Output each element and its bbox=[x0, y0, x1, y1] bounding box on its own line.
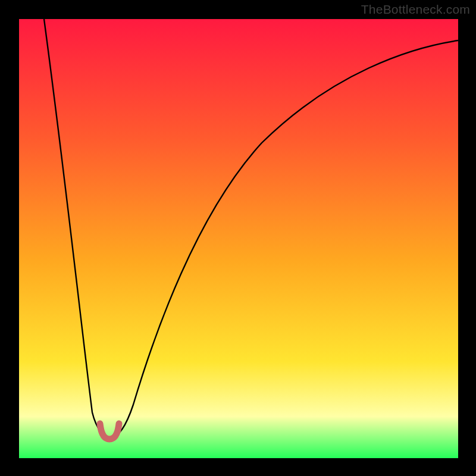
optimal-marker bbox=[100, 424, 119, 439]
bottleneck-curve bbox=[44, 19, 458, 437]
chart-frame: TheBottleneck.com bbox=[0, 0, 476, 476]
chart-svg bbox=[0, 0, 476, 476]
watermark-text: TheBottleneck.com bbox=[361, 2, 470, 17]
